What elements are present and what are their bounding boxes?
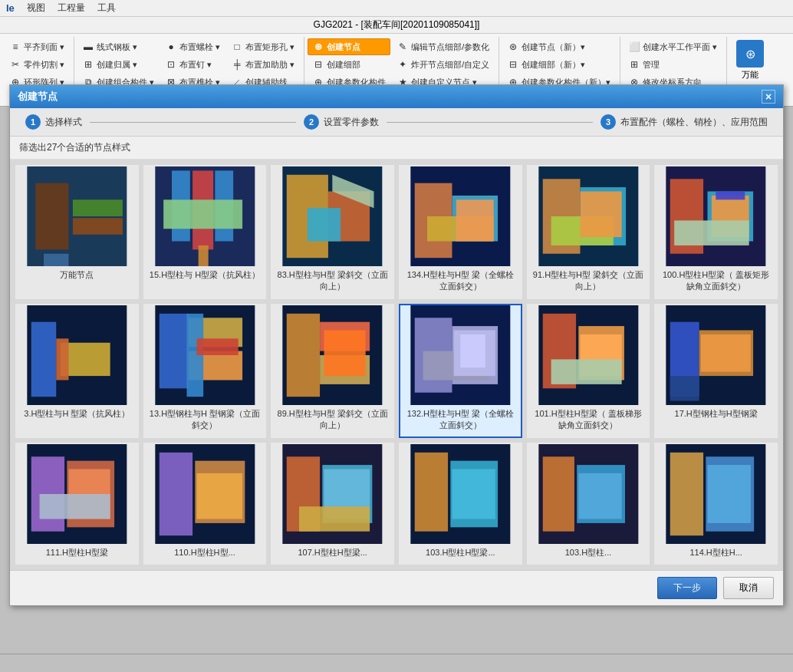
dialog-title: 创建节点 [18, 90, 58, 104]
dialog-overlay: 创建节点 × 1 选择样式 2 设置零件参数 3 布置配件（螺栓、销栓）、应用范… [0, 0, 793, 107]
create-node-dialog: 创建节点 × 1 选择样式 2 设置零件参数 3 布置配件（螺栓、销栓）、应用范… [9, 84, 784, 107]
dialog-header: 创建节点 × [10, 85, 783, 107]
dialog-close-button[interactable]: × [762, 90, 775, 104]
